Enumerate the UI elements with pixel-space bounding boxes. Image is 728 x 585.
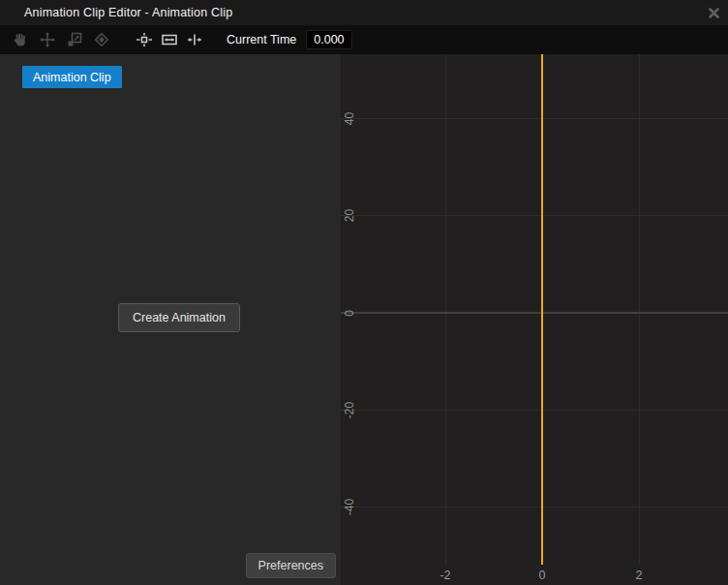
fit-horizontal-icon[interactable] — [159, 29, 180, 50]
current-time-label: Current Time — [227, 33, 296, 46]
pan-hand-icon[interactable] — [10, 29, 31, 50]
move-icon[interactable] — [37, 29, 58, 50]
create-animation-button[interactable]: Create Animation — [118, 303, 240, 332]
scale-icon[interactable] — [64, 29, 85, 50]
animation-clip-editor-window: Animation Clip Editor - Animation Clip — [0, 0, 728, 585]
title-bar: Animation Clip Editor - Animation Clip — [0, 0, 728, 25]
gridline-horizontal — [341, 118, 728, 119]
x-tick-label: -2 — [431, 569, 460, 582]
tab-animation-clip[interactable]: Animation Clip — [22, 66, 122, 88]
toolbar: Current Time — [0, 25, 728, 54]
x-tick-label: 0 — [528, 569, 557, 582]
main-content: Animation Clip Create Animation Preferen… — [0, 54, 728, 585]
y-tick-label: -40 — [344, 493, 356, 522]
gridline-horizontal — [341, 410, 728, 411]
gridline-vertical — [639, 54, 640, 565]
left-panel: Animation Clip Create Animation Preferen… — [0, 54, 341, 585]
fit-width-icon[interactable] — [184, 29, 205, 50]
curve-editor-canvas[interactable]: 40 20 0 -20 -40 -2 0 2 — [341, 54, 728, 585]
preferences-button[interactable]: Preferences — [246, 553, 336, 578]
frame-center-icon[interactable] — [134, 29, 155, 50]
gridline-horizontal — [341, 507, 728, 508]
y-tick-label: 0 — [344, 299, 356, 328]
y-tick-label: -20 — [344, 396, 356, 425]
current-time-input[interactable] — [306, 30, 352, 49]
close-icon[interactable] — [705, 4, 722, 21]
gridline-vertical — [445, 54, 446, 565]
y-tick-label: 40 — [344, 105, 356, 134]
keyframe-diamond-icon[interactable] — [91, 29, 112, 50]
y-tick-label: 20 — [344, 201, 356, 231]
zero-value-line — [341, 312, 728, 314]
x-tick-label: 2 — [624, 569, 653, 582]
gridline-horizontal — [341, 215, 728, 216]
playhead-line[interactable] — [541, 54, 543, 565]
window-title: Animation Clip Editor - Animation Clip — [24, 6, 232, 19]
